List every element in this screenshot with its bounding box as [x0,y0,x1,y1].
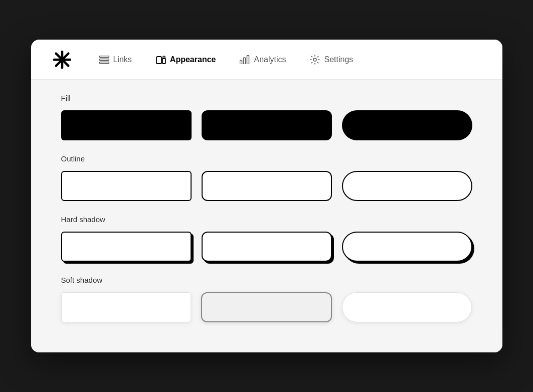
nav-item-analytics[interactable]: Analytics [230,51,296,68]
hard-shadow-label: Hard shadow [61,215,472,224]
links-icon [99,56,109,64]
fill-section: Fill [61,94,472,140]
svg-rect-10 [240,60,242,64]
fill-sharp-button[interactable] [61,110,192,140]
hard-shadow-section: Hard shadow [61,215,472,262]
hardshadow-rounded-button[interactable] [202,232,332,262]
fill-button-row [61,110,472,140]
nav-appearance-label: Appearance [170,55,216,64]
nav-item-settings[interactable]: Settings [300,51,363,69]
analytics-icon [240,55,250,64]
appearance-icon [156,55,166,65]
outline-pill-button[interactable] [342,171,472,201]
main-content: Fill Outline Hard shadow [31,80,502,352]
nav-item-links[interactable]: Links [89,51,142,68]
nav-analytics-label: Analytics [254,55,286,64]
softshadow-rounded-button[interactable] [201,292,332,322]
outline-button-row [61,171,472,201]
soft-shadow-button-row [61,292,472,322]
svg-rect-11 [244,58,246,64]
svg-rect-9 [163,56,165,59]
svg-rect-6 [99,62,109,63]
fill-pill-button[interactable] [342,110,472,140]
soft-shadow-label: Soft shadow [61,276,472,284]
nav-item-appearance[interactable]: Appearance [146,51,226,69]
hard-shadow-button-row [61,232,472,262]
fill-label: Fill [61,94,472,102]
svg-rect-5 [99,59,109,60]
svg-rect-4 [99,56,109,57]
nav-settings-label: Settings [324,55,353,64]
main-nav: Links Appearance [89,51,482,69]
nav-links-label: Links [113,55,132,64]
hardshadow-sharp-button[interactable] [61,232,192,262]
fill-rounded-button[interactable] [202,110,332,140]
outline-label: Outline [61,154,472,163]
outline-sharp-button[interactable] [61,171,192,201]
app-window: Links Appearance [31,40,502,352]
outline-section: Outline [61,154,472,201]
settings-icon [310,55,320,65]
soft-shadow-section: Soft shadow [61,276,472,322]
svg-rect-12 [247,55,249,64]
hardshadow-pill-button[interactable] [342,232,472,262]
outline-rounded-button[interactable] [202,171,332,201]
logo [51,49,73,71]
header: Links Appearance [31,40,502,80]
svg-rect-7 [156,57,161,64]
softshadow-pill-button[interactable] [342,292,472,322]
softshadow-sharp-button[interactable] [61,292,191,322]
svg-point-13 [313,58,316,61]
